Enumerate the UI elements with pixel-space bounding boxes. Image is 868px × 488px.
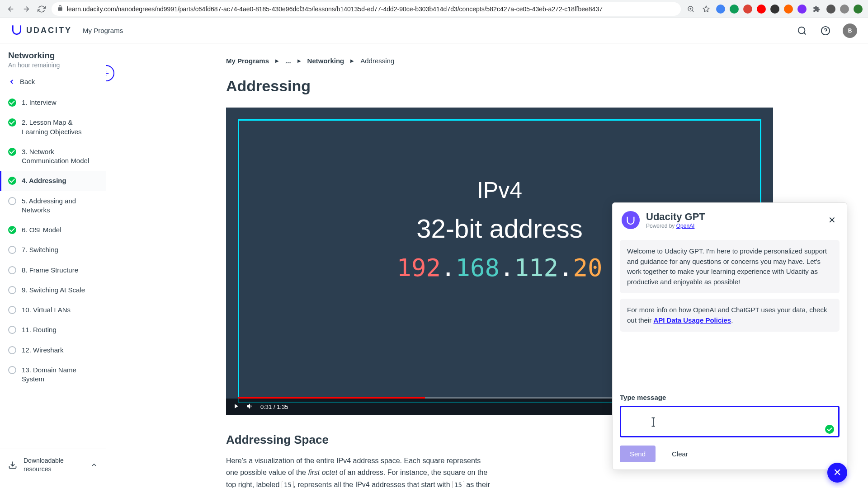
play-icon[interactable] [232,403,240,411]
download-label: Downloadable resources [24,456,84,474]
breadcrumb-networking[interactable]: Networking [307,57,344,65]
chat-input[interactable] [620,406,840,437]
lock-icon [57,5,63,13]
sidebar-item[interactable]: 3. Network Communication Model [0,142,106,171]
check-icon [8,226,16,234]
extension-icon[interactable] [797,5,807,14]
close-icon[interactable]: ✕ [826,213,838,227]
breadcrumb: My Programs ▶ ... ▶ Networking ▶ Address… [226,57,748,65]
sidebar-item-label: 7. Switching [22,245,58,254]
forward-icon[interactable] [21,4,32,14]
sidebar-item[interactable]: 12. Wireshark [0,340,106,360]
check-icon [8,99,16,107]
extension-icon[interactable] [840,5,849,14]
circle-icon [8,286,16,294]
extension-icon[interactable] [784,5,793,14]
chevron-right-icon: ▶ [350,58,354,63]
sidebar-item[interactable]: 1. Interview [0,93,106,113]
circle-icon [8,306,16,314]
user-avatar[interactable]: B [843,23,857,38]
circle-icon [8,197,16,205]
zoom-icon[interactable] [685,4,696,14]
time-remaining: An hour remaining [8,61,98,69]
udacity-logo[interactable]: UDACITY [11,23,72,38]
course-header: Networking An hour remaining [0,51,106,72]
extension-icon[interactable] [757,5,766,14]
extension-icon[interactable] [716,5,725,14]
sidebar-item[interactable]: 13. Domain Name System [0,360,106,389]
sidebar-item[interactable]: 6. OSI Model [0,220,106,240]
sidebar-item[interactable]: 11. Routing [0,320,106,340]
video-text-32bit: 32-bit address [416,213,583,244]
chat-message: For more info on how OpenAI and ChatGPT … [620,299,840,332]
circle-icon [8,366,16,374]
sidebar-item[interactable]: 5. Addressing and Networks [0,191,106,221]
app-header: UDACITY My Programs B [0,18,868,43]
check-icon [8,118,16,127]
clear-button[interactable]: Clear [662,446,698,462]
sidebar-item[interactable]: 9. Switching At Scale [0,280,106,300]
sidebar-item-label: 13. Domain Name System [22,366,98,384]
breadcrumb-my-programs[interactable]: My Programs [226,57,269,65]
sidebar-item[interactable]: 8. Frame Structure [0,260,106,280]
url-bar[interactable]: learn.udacity.com/nanodegrees/nd9991/par… [52,2,681,16]
search-icon[interactable] [796,24,808,37]
sidebar-item-label: 5. Addressing and Networks [22,197,98,215]
check-icon [8,148,16,156]
chat-messages: Welcome to Udacity GPT. I'm here to prov… [613,235,847,387]
circle-icon [8,246,16,254]
sidebar-item-label: 3. Network Communication Model [22,147,98,166]
back-icon[interactable] [5,4,16,14]
sidebar-item[interactable]: 4. Addressing [0,171,106,191]
chat-powered-by: Powered by OpenAI [646,223,705,229]
chat-avatar-icon [622,211,640,229]
lesson-sidebar: Networking An hour remaining Back 1. Int… [0,43,106,488]
sidebar-item[interactable]: 7. Switching [0,240,106,260]
my-programs-link[interactable]: My Programs [83,27,123,34]
sidebar-item[interactable]: 10. Virtual LANs [0,300,106,320]
page-title: Addressing [226,77,748,95]
downloadable-resources[interactable]: Downloadable resources [0,449,106,481]
sidebar-item-label: 9. Switching At Scale [22,286,85,295]
video-ip-address: 192.168.112.20 [396,253,602,282]
browser-toolbar: learn.udacity.com/nanodegrees/nd9991/par… [0,0,868,18]
sidebar-item-label: 11. Routing [22,325,57,334]
sidebar-item-label: 4. Addressing [22,176,66,185]
logo-icon [11,23,23,38]
chat-input-label: Type message [620,394,840,401]
sidebar-back-button[interactable]: Back [0,72,106,93]
sidebar-item-label: 1. Interview [22,98,57,107]
video-text-ipv4: IPv4 [477,177,522,203]
extension-icon[interactable] [826,5,835,14]
sidebar-item-label: 2. Lesson Map & Learning Objectives [22,118,98,136]
breadcrumb-current: Addressing [360,57,394,65]
extension-icon[interactable] [770,5,779,14]
volume-icon[interactable] [246,402,254,412]
extensions-icon[interactable] [811,4,822,14]
body-paragraph: Here's a visualization of the entire IPv… [226,455,493,488]
course-title: Networking [8,51,98,61]
reload-icon[interactable] [36,4,47,14]
brand-text: UDACITY [26,26,72,35]
api-policies-link[interactable]: API Data Usage Policies [653,316,731,324]
chevron-left-icon [8,78,15,85]
profile-icon[interactable] [854,5,863,14]
openai-link[interactable]: OpenAI [676,223,695,229]
video-time: 0:31 / 1:35 [260,404,288,410]
star-icon[interactable] [701,4,712,14]
extension-icon[interactable] [730,5,739,14]
help-icon[interactable] [819,24,832,37]
breadcrumb-ellipsis[interactable]: ... [285,57,291,65]
chat-input-area: Type message Send Clear [613,387,847,469]
browser-extensions [685,4,863,14]
chevron-right-icon: ▶ [275,58,279,63]
chat-fab-close[interactable]: ✕ [827,463,847,483]
url-text: learn.udacity.com/nanodegrees/nd9991/par… [67,5,603,13]
sidebar-item[interactable]: 2. Lesson Map & Learning Objectives [0,113,106,142]
input-status-icon [825,425,834,434]
extension-icon[interactable] [743,5,752,14]
back-label: Back [20,78,35,85]
send-button[interactable]: Send [620,446,656,462]
circle-icon [8,326,16,334]
sidebar-item-label: 12. Wireshark [22,346,64,355]
